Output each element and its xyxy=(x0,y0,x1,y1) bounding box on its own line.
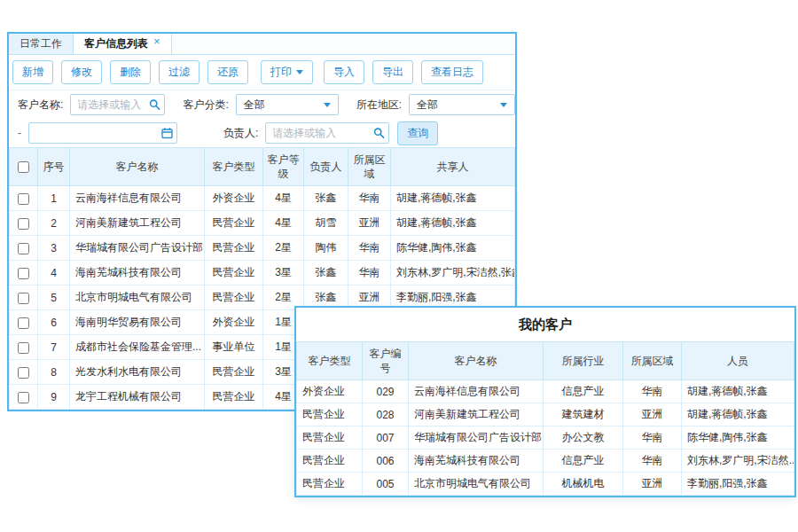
column-header: 客户编号 xyxy=(363,342,409,380)
row-checkbox[interactable] xyxy=(18,342,29,354)
edit-button[interactable]: 修改 xyxy=(61,60,102,84)
calendar-icon[interactable] xyxy=(161,128,173,139)
row-index: 1 xyxy=(38,186,70,211)
shared-people: 胡建,蒋德帧,张鑫 xyxy=(391,211,515,236)
table-row: 2 河南美新建筑工程公司 民营企业 4星 胡雪 亚洲 胡建,蒋德帧,张鑫 xyxy=(10,211,515,236)
shared-people: 刘东林,罗广明,宋洁然,张鑫 xyxy=(391,261,515,286)
owner-link[interactable]: 张鑫 xyxy=(304,186,348,211)
row-checkbox[interactable] xyxy=(18,317,29,329)
customer-no-link[interactable]: 005 xyxy=(363,473,409,496)
column-header: 所属行业 xyxy=(544,342,623,380)
customer-type: 民营企业 xyxy=(297,473,363,496)
region-value: 全部 xyxy=(417,98,438,113)
people-cell: 胡建,蒋德帧,张鑫 xyxy=(682,403,794,426)
customer-name-link[interactable]: 龙宇工程机械有限公司 xyxy=(70,385,205,410)
customer-name-link[interactable]: 河南美新建筑工程公司 xyxy=(70,211,205,236)
customer-no-link[interactable]: 006 xyxy=(363,450,409,473)
add-button[interactable]: 新增 xyxy=(12,60,53,84)
row-index: 6 xyxy=(38,310,70,335)
region-select[interactable]: 全部 xyxy=(409,94,515,115)
search-icon[interactable] xyxy=(373,128,385,139)
customer-type: 民营企业 xyxy=(297,403,363,426)
filter-button[interactable]: 过滤 xyxy=(159,60,200,84)
row-checkbox[interactable] xyxy=(18,367,29,379)
industry-cell: 信息产业 xyxy=(544,380,623,403)
row-checkbox[interactable] xyxy=(18,218,29,230)
customer-name-link[interactable]: 光发水利水电有限公司 xyxy=(70,360,205,385)
print-button[interactable]: 打印 xyxy=(261,60,313,84)
customer-no-link[interactable]: 028 xyxy=(363,403,409,426)
row-index: 8 xyxy=(38,360,70,385)
restore-button[interactable]: 还原 xyxy=(207,60,248,84)
select-all-checkbox[interactable] xyxy=(18,161,29,173)
customer-name-link[interactable]: 云南海祥信息有限公司 xyxy=(70,186,205,211)
column-header: 客户类型 xyxy=(297,342,363,380)
row-index: 5 xyxy=(38,286,70,310)
customer-no-link[interactable]: 029 xyxy=(363,380,409,403)
people-cell: 刘东林,罗广明,宋洁然... xyxy=(682,450,794,473)
filter-row-1: 客户名称: 客户分类: 全部 所在地区: 全部 xyxy=(9,90,515,119)
industry-cell: 信息产业 xyxy=(544,450,623,473)
customer-no-link[interactable]: 007 xyxy=(363,426,409,450)
customer-type: 外资企业 xyxy=(205,310,263,335)
owner-link[interactable]: 胡雪 xyxy=(304,211,348,236)
query-button[interactable]: 查询 xyxy=(397,121,438,145)
page-title: 我的客户 xyxy=(296,308,794,341)
customer-name-link[interactable]: 海南明华贸易有限公司 xyxy=(70,310,205,335)
row-checkbox[interactable] xyxy=(18,243,29,254)
tab-label: 日常工作 xyxy=(20,36,62,51)
row-checkbox[interactable] xyxy=(18,268,29,279)
close-icon[interactable]: × xyxy=(153,35,160,47)
owner-link[interactable]: 张鑫 xyxy=(304,261,348,286)
table-row: 4 海南芜城科技有限公司 民营企业 3星 张鑫 华南 刘东林,罗广明,宋洁然,张… xyxy=(10,261,515,286)
customer-type: 民营企业 xyxy=(205,360,263,385)
people-cell: 胡建,蒋德帧,张鑫 xyxy=(682,380,794,403)
toolbar: 新增 修改 删除 过滤 还原 打印 导入 导出 查看日志 xyxy=(9,55,515,90)
column-header: 负责人 xyxy=(304,148,348,186)
customer-name-link[interactable]: 北京市明城电气有限公司 xyxy=(70,286,205,310)
customer-name-link[interactable]: 河南美新建筑工程公司 xyxy=(409,403,544,426)
tab-label: 客户信息列表 xyxy=(84,36,148,51)
category-select[interactable]: 全部 xyxy=(236,94,339,115)
industry-cell: 机械机电 xyxy=(544,473,623,496)
tab-customer-list[interactable]: 客户信息列表 × xyxy=(74,34,172,54)
customer-name-link[interactable]: 北京市明城电气有限公司 xyxy=(409,473,544,496)
people-cell: 陈华健,陶伟,张鑫 xyxy=(682,426,794,450)
customer-name-link[interactable]: 海南芜城科技有限公司 xyxy=(70,261,205,286)
delete-button[interactable]: 删除 xyxy=(110,60,151,84)
owner-input[interactable] xyxy=(265,122,389,144)
import-button[interactable]: 导入 xyxy=(324,60,364,84)
customer-level: 4星 xyxy=(263,186,304,211)
search-icon[interactable] xyxy=(149,99,160,111)
customer-name-link[interactable]: 华瑞城有限公司广告设计部 xyxy=(409,426,544,450)
view-log-button[interactable]: 查看日志 xyxy=(421,60,483,84)
table-row: 民营企业 006 海南芜城科技有限公司 信息产业 华南 刘东林,罗广明,宋洁然.… xyxy=(297,450,794,473)
tab-daily-work[interactable]: 日常工作 xyxy=(9,34,74,54)
row-index: 2 xyxy=(38,211,70,236)
customer-name-link[interactable]: 华瑞城有限公司广告设计部 xyxy=(70,236,205,261)
row-checkbox[interactable] xyxy=(18,293,29,304)
customer-type: 民营企业 xyxy=(205,236,263,261)
date-input[interactable] xyxy=(28,122,177,144)
row-checkbox[interactable] xyxy=(18,392,29,403)
row-index: 9 xyxy=(38,385,70,410)
owner-link[interactable]: 陶伟 xyxy=(304,236,348,261)
region-cell: 华南 xyxy=(348,261,391,286)
date-range-dash: - xyxy=(18,127,21,139)
tabbar: 日常工作 客户信息列表 × xyxy=(9,34,515,55)
region-cell: 亚洲 xyxy=(348,211,391,236)
column-header: 所属区域 xyxy=(623,342,682,380)
table-row: 民营企业 028 河南美新建筑工程公司 建筑建材 亚洲 胡建,蒋德帧,张鑫 xyxy=(297,403,794,426)
owner-input-wrap xyxy=(265,122,389,144)
export-button[interactable]: 导出 xyxy=(372,60,413,84)
row-checkbox[interactable] xyxy=(18,193,29,205)
chevron-down-icon xyxy=(324,103,331,107)
customer-name-link[interactable]: 云南海祥信息有限公司 xyxy=(409,380,544,403)
industry-cell: 建筑建材 xyxy=(544,403,623,426)
customer-name-link[interactable]: 海南芜城科技有限公司 xyxy=(409,450,544,473)
customer-name-link[interactable]: 成都市社会保险基金管理... xyxy=(70,335,205,360)
row-index: 4 xyxy=(38,261,70,286)
region-cell: 华南 xyxy=(348,236,391,261)
people-cell: 李勤丽,阳强,张鑫 xyxy=(682,473,794,496)
customer-level: 4星 xyxy=(263,211,304,236)
